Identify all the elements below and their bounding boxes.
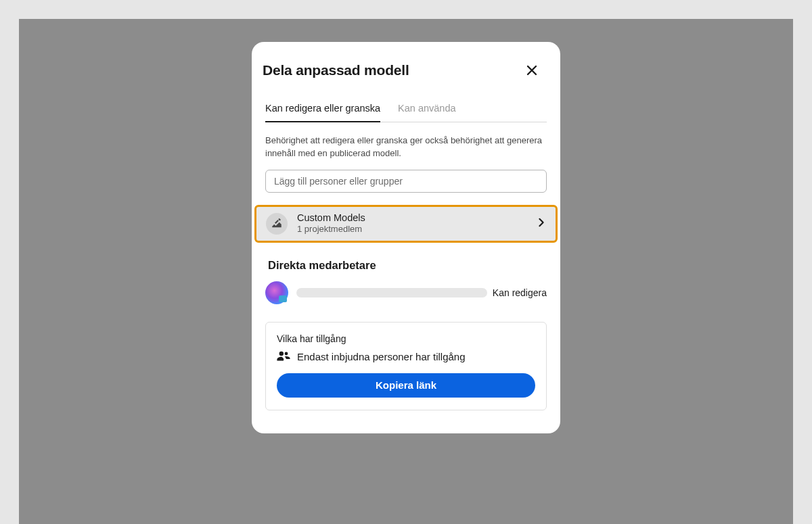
chevron-right-icon (537, 218, 546, 230)
access-line: Endast inbjudna personer har tillgång (277, 351, 535, 362)
modal-title: Dela anpassad modell (263, 62, 409, 78)
access-box: Vilka har tillgång Endast inbjudna perso… (265, 322, 547, 410)
permission-description: Behörighet att redigera eller granska ge… (265, 135, 547, 160)
access-description: Endast inbjudna personer har tillgång (297, 351, 466, 362)
close-icon (526, 65, 537, 76)
tab-can-use[interactable]: Kan använda (398, 103, 455, 122)
project-name: Custom Models (297, 212, 537, 224)
project-members: 1 projektmedlem (297, 224, 537, 235)
collaborator-role[interactable]: Kan redigera (493, 287, 547, 298)
tabs: Kan redigera eller granska Kan använda (265, 103, 547, 122)
project-row[interactable]: Custom Models 1 projektmedlem (256, 207, 556, 241)
project-text: Custom Models 1 projektmedlem (297, 212, 537, 235)
access-title: Vilka har tillgång (277, 333, 535, 344)
tab-edit-or-review[interactable]: Kan redigera eller granska (265, 103, 380, 122)
project-row-highlight: Custom Models 1 projektmedlem (254, 205, 558, 243)
people-icon (277, 351, 290, 362)
custom-models-icon (266, 213, 288, 235)
add-people-input[interactable] (265, 170, 547, 193)
close-button[interactable] (522, 61, 541, 80)
collaborator-name-placeholder (296, 288, 487, 297)
avatar (265, 281, 288, 304)
share-modal: Dela anpassad modell Kan redigera eller … (252, 42, 560, 433)
modal-header: Dela anpassad modell (252, 54, 560, 84)
copy-link-button[interactable]: Kopiera länk (277, 373, 535, 398)
direct-collaborators-title: Direkta medarbetare (268, 259, 544, 272)
collaborator-row: Kan redigera (265, 281, 547, 304)
